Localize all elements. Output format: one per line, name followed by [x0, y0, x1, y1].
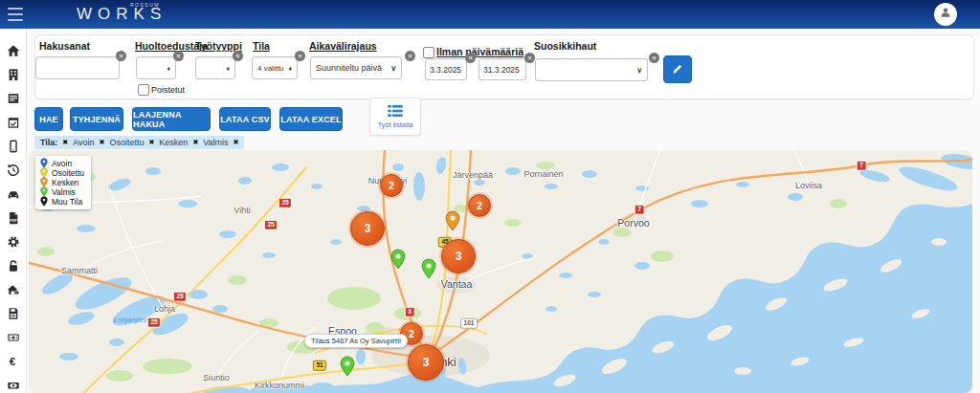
clear-suosikkihaut-icon[interactable] — [649, 53, 659, 63]
map-label-kirkkonummi: Kirkkonummi — [255, 381, 304, 390]
user-avatar-button[interactable] — [934, 3, 957, 26]
legend-label: Avoin — [52, 159, 72, 168]
lock-icon[interactable] — [7, 259, 20, 273]
map-label-porvoo: Porvoo — [617, 217, 649, 229]
svg-text:i: i — [15, 292, 16, 295]
filter-chip-osoitettu: Osoitettu — [109, 138, 144, 147]
tila-select[interactable]: 4 valittu — [252, 56, 298, 79]
huoltoedustaja-select[interactable] — [136, 56, 176, 79]
clear-hakusanat-icon[interactable] — [116, 51, 126, 61]
history-icon[interactable] — [7, 164, 20, 177]
pencil-icon — [672, 61, 683, 78]
hamburger-menu-icon[interactable] — [8, 8, 23, 21]
map-canvas[interactable]: SammattiVihtiNurmijärviJärvenpääPornaine… — [29, 150, 972, 393]
clear-aikavalirajaus-icon[interactable] — [405, 51, 415, 61]
road-badge-7: 7 — [857, 161, 867, 171]
lataa-excel-button[interactable]: LATAA EXCEL — [279, 107, 343, 131]
road-badge-101: 101 — [460, 318, 478, 329]
suosikkihaut-select[interactable] — [535, 58, 648, 81]
marker-cluster[interactable]: 3 — [441, 239, 476, 273]
road-badge-25: 25 — [278, 198, 292, 208]
filter-chip-kesken: Kesken — [159, 138, 188, 147]
date-from-input[interactable] — [425, 58, 467, 80]
person-icon — [939, 6, 952, 23]
map-tooltip: Tilaus 5467 As Oy Savupirtti — [304, 334, 408, 348]
car-icon[interactable] — [7, 187, 20, 201]
work-list-icon[interactable] — [7, 92, 20, 105]
sidebar: PDFi€ — [0, 29, 27, 393]
banknote-icon[interactable] — [7, 331, 20, 344]
brand-logo: WORKS — [77, 5, 167, 24]
road-badge-25: 25 — [173, 292, 187, 302]
pdf-file-icon[interactable]: PDF — [7, 211, 20, 225]
tyotyyppi-select[interactable] — [195, 56, 235, 79]
clear-tila-icon[interactable] — [295, 51, 305, 61]
clear-date-to-icon[interactable] — [524, 53, 535, 63]
map-pin-valmis[interactable] — [340, 356, 355, 381]
poistetut-checkbox[interactable] — [138, 84, 149, 96]
svg-text:PDF: PDF — [10, 219, 17, 223]
map-label-pornainen: Pornainen — [523, 169, 563, 179]
clear-huoltoedustaja-icon[interactable] — [173, 51, 184, 61]
svg-text:€: € — [9, 356, 15, 367]
road-badge-25: 25 — [264, 220, 278, 230]
suosikkihaut-label: Suosikkihaut — [534, 40, 596, 52]
marker-cluster[interactable]: 2 — [380, 174, 403, 197]
ilman-paivamaaria-checkbox[interactable] — [423, 47, 434, 58]
marker-cluster[interactable]: 3 — [350, 211, 385, 246]
legend-label: Osoitettu — [52, 168, 84, 178]
road-badge-7: 7 — [635, 205, 645, 215]
top-navbar: ROSSUM WORKS — [0, 0, 980, 29]
tila-label: Tila — [253, 40, 270, 52]
clear-tyotyyppi-icon[interactable] — [233, 51, 243, 61]
euro-icon[interactable]: € — [7, 355, 20, 368]
road-badge-3: 3 — [405, 307, 415, 317]
remove-all-tila-icon[interactable] — [62, 139, 68, 146]
active-filters-bar: Tila: AvoinOsoitettuKeskenValmis — [34, 136, 244, 149]
legend-label: Muu Tila — [52, 197, 82, 207]
hae-button[interactable]: HAE — [34, 107, 63, 131]
home-icon[interactable] — [7, 44, 20, 57]
tyot-listalla-label: Työt listalla — [377, 120, 412, 129]
map-label-järvenpää: Järvenpää — [453, 170, 493, 180]
remove-filter-icon[interactable] — [234, 139, 239, 146]
hakusanat-input[interactable] — [35, 56, 120, 79]
hakusanat-label: Hakusanat — [39, 40, 90, 52]
tyot-listalla-button[interactable]: Työt listalla — [369, 98, 421, 136]
printer-icon[interactable] — [7, 307, 20, 320]
date-to-input[interactable] — [479, 58, 526, 80]
remove-filter-icon[interactable] — [192, 139, 198, 146]
map-label-vihti: Vihti — [234, 206, 250, 215]
pin-icon — [40, 196, 48, 208]
tyhjenna-button[interactable]: TYHJENNÄ — [70, 107, 123, 131]
filter-chip-valmis: Valmis — [203, 138, 228, 147]
edit-favorites-button[interactable] — [663, 55, 692, 83]
aikavalirajaus-label: Aikavälirajaus — [309, 40, 377, 52]
mobile-icon[interactable] — [7, 140, 20, 153]
map-label-lohjanjärvi: Lohjanjärvi — [114, 316, 148, 324]
map-label-siuntio: Siuntio — [203, 373, 230, 382]
aikavalirajaus-select[interactable]: Suunniteltu päivä — [310, 56, 402, 79]
building-icon[interactable] — [7, 68, 20, 81]
calendar-icon[interactable] — [7, 116, 20, 129]
road-badge-25: 25 — [147, 317, 161, 328]
road-badge-51: 51 — [313, 360, 326, 371]
filter-panel: Hakusanat Huoltoedustaja Poistetut Työty… — [34, 34, 974, 99]
map-pin-kesken[interactable] — [445, 210, 460, 235]
settings-gear-icon[interactable] — [7, 235, 20, 249]
marker-cluster[interactable]: 2 — [468, 194, 491, 217]
remove-filter-icon[interactable] — [100, 139, 105, 146]
map-pin-valmis[interactable] — [421, 258, 436, 283]
home-info-icon[interactable]: i — [7, 283, 20, 296]
lataa-csv-button[interactable]: LATAA CSV — [219, 107, 271, 131]
remove-filter-icon[interactable] — [148, 139, 154, 146]
map-label-vantaa: Vantaa — [441, 278, 473, 290]
legend-label: Valmis — [52, 187, 76, 197]
money-eye-icon[interactable] — [7, 379, 20, 392]
filter-chip-avoin: Avoin — [73, 138, 94, 147]
laajenna-hakua-button[interactable]: LAAJENNA HAKUA — [132, 107, 211, 131]
clear-date-from-icon[interactable] — [465, 53, 476, 63]
marker-cluster[interactable]: 3 — [408, 344, 444, 381]
map-overlay: SammattiVihtiNurmijärviJärvenpääPornaine… — [29, 150, 972, 393]
map-pin-valmis[interactable] — [390, 249, 406, 273]
